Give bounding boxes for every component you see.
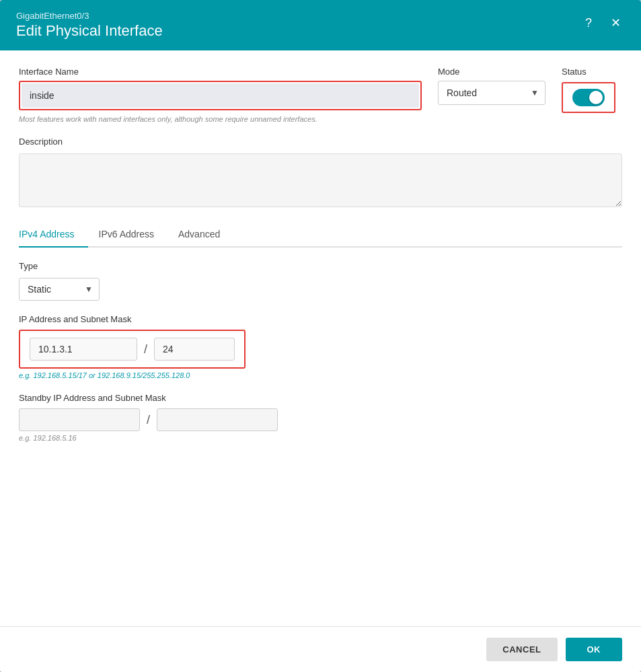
- status-label: Status: [562, 67, 587, 77]
- standby-row: /: [19, 408, 622, 431]
- mode-label: Mode: [438, 67, 545, 77]
- ip-address-section: IP Address and Subnet Mask / e.g. 192.16…: [19, 314, 622, 379]
- header-actions: ? ✕: [579, 13, 625, 32]
- edit-physical-interface-dialog: GigabitEthernet0/3 Edit Physical Interfa…: [0, 0, 641, 672]
- title-group: GigabitEthernet0/3 Edit Physical Interfa…: [16, 11, 163, 40]
- type-label: Type: [19, 261, 622, 271]
- cancel-button[interactable]: CANCEL: [486, 638, 557, 661]
- dialog-subtitle: GigabitEthernet0/3: [16, 11, 163, 21]
- tab-ipv6[interactable]: IPv6 Address: [99, 222, 168, 248]
- status-toggle[interactable]: [572, 89, 605, 106]
- toggle-thumb: [589, 91, 603, 104]
- ip-address-input[interactable]: [30, 338, 137, 361]
- description-section: Description: [19, 137, 622, 210]
- standby-subnet-input[interactable]: [157, 408, 278, 431]
- tabs-bar: IPv4 Address IPv6 Address Advanced: [19, 222, 622, 248]
- subnet-mask-input[interactable]: [154, 338, 235, 361]
- interface-name-hint: Most features work with named interfaces…: [19, 114, 422, 124]
- close-button[interactable]: ✕: [606, 13, 625, 32]
- ip-address-label: IP Address and Subnet Mask: [19, 314, 622, 324]
- standby-hint: e.g. 192.168.5.16: [19, 434, 622, 442]
- interface-name-label: Interface Name: [19, 67, 422, 77]
- interface-name-box: [19, 81, 422, 110]
- description-textarea[interactable]: [19, 153, 622, 207]
- ok-button[interactable]: OK: [566, 638, 623, 661]
- mode-select-wrapper: Routed Passive BVI EtherChannel ▼: [438, 81, 545, 105]
- top-row: Interface Name Most features work with n…: [19, 67, 622, 124]
- interface-name-input[interactable]: [22, 83, 419, 108]
- ip-slash: /: [144, 342, 147, 357]
- description-label: Description: [19, 137, 622, 147]
- dialog-header: GigabitEthernet0/3 Edit Physical Interfa…: [0, 0, 641, 50]
- mode-section: Mode Routed Passive BVI EtherChannel ▼: [438, 67, 545, 105]
- help-button[interactable]: ?: [579, 13, 598, 32]
- tab-advanced[interactable]: Advanced: [178, 222, 233, 248]
- type-section: Type Static DHCP PPPoE ▼: [19, 261, 622, 301]
- dialog-body: Interface Name Most features work with n…: [0, 50, 641, 626]
- ip-address-hint: e.g. 192.168.5.15/17 or 192.168.9.15/255…: [19, 371, 622, 379]
- ip-highlight-box: /: [19, 330, 246, 369]
- dialog-footer: CANCEL OK: [0, 626, 641, 672]
- standby-ip-input[interactable]: [19, 408, 140, 431]
- standby-label: Standby IP Address and Subnet Mask: [19, 393, 622, 403]
- standby-section: Standby IP Address and Subnet Mask / e.g…: [19, 393, 622, 442]
- type-select[interactable]: Static DHCP PPPoE: [19, 278, 100, 301]
- standby-slash: /: [147, 413, 150, 427]
- dialog-title: Edit Physical Interface: [16, 22, 163, 40]
- tab-ipv4[interactable]: IPv4 Address: [19, 222, 88, 248]
- interface-name-section: Interface Name Most features work with n…: [19, 67, 422, 124]
- mode-select[interactable]: Routed Passive BVI EtherChannel: [438, 81, 545, 105]
- status-box: [562, 82, 615, 113]
- status-section: Status: [562, 67, 622, 113]
- type-select-wrapper: Static DHCP PPPoE ▼: [19, 278, 100, 301]
